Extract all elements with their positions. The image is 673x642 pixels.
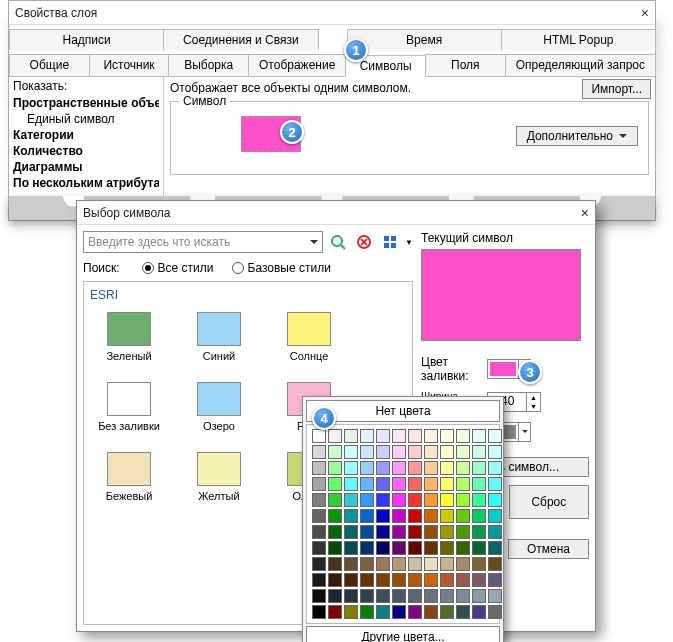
color-swatch[interactable] (408, 557, 422, 571)
color-swatch[interactable] (392, 525, 406, 539)
color-swatch[interactable] (424, 477, 438, 491)
color-swatch[interactable] (424, 461, 438, 475)
close-icon[interactable]: × (641, 5, 649, 21)
color-swatch[interactable] (456, 429, 470, 443)
color-swatch[interactable] (488, 493, 502, 507)
color-swatch[interactable] (456, 589, 470, 603)
color-swatch[interactable] (376, 557, 390, 571)
color-swatch[interactable] (328, 525, 342, 539)
color-swatch[interactable] (408, 573, 422, 587)
color-swatch[interactable] (440, 509, 454, 523)
tab-time[interactable]: Время (347, 29, 502, 50)
color-swatch[interactable] (488, 461, 502, 475)
color-swatch[interactable] (488, 445, 502, 459)
color-swatch[interactable] (392, 573, 406, 587)
color-swatch[interactable] (376, 445, 390, 459)
gallery-item[interactable]: Бежевый (96, 452, 162, 502)
color-swatch[interactable] (328, 557, 342, 571)
color-swatch[interactable] (488, 429, 502, 443)
tab-joins[interactable]: Соединения и Связи (163, 29, 318, 50)
color-swatch[interactable] (456, 445, 470, 459)
color-swatch[interactable] (488, 605, 502, 619)
gallery-item[interactable]: Солнце (276, 312, 342, 362)
search-input[interactable]: Введите здесь что искать (83, 231, 323, 253)
color-swatch[interactable] (488, 477, 502, 491)
color-swatch[interactable] (360, 605, 374, 619)
color-swatch[interactable] (456, 493, 470, 507)
color-swatch[interactable] (392, 429, 406, 443)
color-swatch[interactable] (456, 573, 470, 587)
color-swatch[interactable] (344, 557, 358, 571)
color-swatch[interactable] (312, 573, 326, 587)
import-button[interactable]: Импорт... (582, 79, 651, 99)
color-swatch[interactable] (392, 557, 406, 571)
color-swatch[interactable] (328, 429, 342, 443)
color-swatch[interactable] (392, 493, 406, 507)
color-swatch[interactable] (360, 557, 374, 571)
tree-charts[interactable]: Диаграммы (13, 159, 159, 175)
color-swatch[interactable] (408, 477, 422, 491)
color-swatch[interactable] (312, 557, 326, 571)
color-swatch[interactable] (376, 573, 390, 587)
color-swatch[interactable] (328, 477, 342, 491)
color-swatch[interactable] (376, 493, 390, 507)
color-swatch[interactable] (424, 605, 438, 619)
color-swatch[interactable] (344, 509, 358, 523)
color-swatch[interactable] (360, 445, 374, 459)
color-swatch[interactable] (328, 605, 342, 619)
color-swatch[interactable] (312, 509, 326, 523)
tab-fields[interactable]: Поля (425, 54, 506, 76)
tab-defquery[interactable]: Определяющий запрос (505, 54, 656, 76)
color-swatch[interactable] (472, 557, 486, 571)
color-swatch[interactable] (440, 461, 454, 475)
color-swatch[interactable] (328, 573, 342, 587)
color-swatch[interactable] (344, 493, 358, 507)
view-icon[interactable] (379, 231, 401, 253)
color-swatch[interactable] (312, 605, 326, 619)
color-swatch[interactable] (328, 461, 342, 475)
color-swatch[interactable] (312, 493, 326, 507)
color-swatch[interactable] (440, 477, 454, 491)
color-swatch[interactable] (472, 477, 486, 491)
tab-general[interactable]: Общие (9, 54, 90, 76)
color-swatch[interactable] (472, 509, 486, 523)
color-swatch[interactable] (408, 541, 422, 555)
color-swatch[interactable] (360, 493, 374, 507)
color-swatch[interactable] (360, 429, 374, 443)
color-swatch[interactable] (456, 525, 470, 539)
color-swatch[interactable] (440, 429, 454, 443)
tab-selection[interactable]: Выборка (168, 54, 249, 76)
color-swatch[interactable] (424, 445, 438, 459)
color-swatch[interactable] (328, 445, 342, 459)
color-swatch[interactable] (440, 541, 454, 555)
color-swatch[interactable] (408, 445, 422, 459)
color-swatch[interactable] (360, 541, 374, 555)
color-swatch[interactable] (408, 461, 422, 475)
tab-labels[interactable]: Надписи (9, 29, 164, 50)
color-swatch[interactable] (344, 589, 358, 603)
color-swatch[interactable] (344, 461, 358, 475)
tab-source[interactable]: Источник (89, 54, 170, 76)
gallery-item[interactable]: Синий (186, 312, 252, 362)
color-swatch[interactable] (392, 445, 406, 459)
clear-icon[interactable] (353, 231, 375, 253)
color-swatch[interactable] (376, 605, 390, 619)
color-swatch[interactable] (440, 589, 454, 603)
reset-button[interactable]: Сброс (509, 485, 589, 519)
color-swatch[interactable] (344, 573, 358, 587)
color-swatch[interactable] (424, 493, 438, 507)
color-swatch[interactable] (344, 477, 358, 491)
gallery-item[interactable]: Без заливки (96, 382, 162, 432)
color-swatch[interactable] (472, 589, 486, 603)
color-swatch[interactable] (456, 605, 470, 619)
cancel-button[interactable]: Отмена (508, 539, 589, 559)
color-swatch[interactable] (488, 509, 502, 523)
color-swatch[interactable] (488, 525, 502, 539)
color-swatch[interactable] (376, 429, 390, 443)
color-swatch[interactable] (440, 573, 454, 587)
more-colors-button[interactable]: Другие цвета... (306, 626, 500, 642)
color-swatch[interactable] (312, 525, 326, 539)
color-swatch[interactable] (472, 445, 486, 459)
tab-htmlpopup[interactable]: HTML Popup (501, 29, 656, 50)
color-swatch[interactable] (392, 605, 406, 619)
